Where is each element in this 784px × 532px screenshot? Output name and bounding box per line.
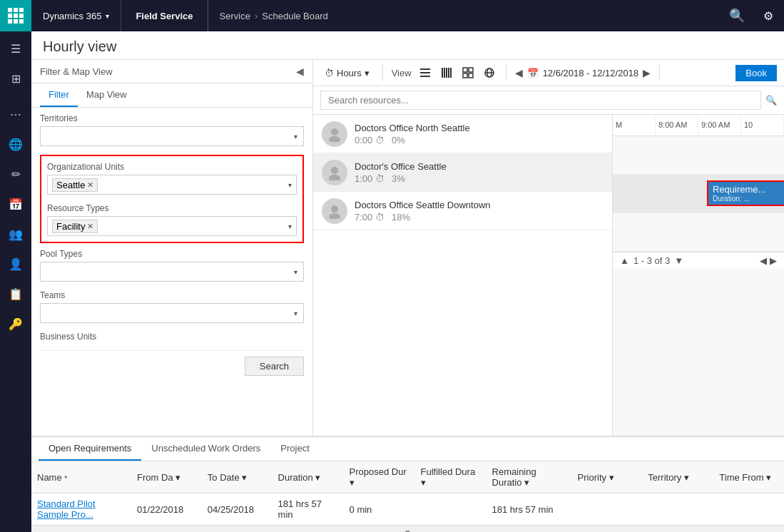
- sidebar-nav: ☰ ⊞ ⋯ 🌐 ✏ 📅 👥 👤 📋 🔑: [0, 31, 31, 532]
- facility-tag[interactable]: Facility ✕: [52, 220, 98, 233]
- tab-map-view[interactable]: Map View: [78, 83, 136, 107]
- page-title: Hourly view: [43, 39, 116, 54]
- resource-search-input[interactable]: [320, 91, 761, 110]
- bottom-scroll-down-icon[interactable]: ▼: [404, 528, 412, 532]
- col-header-from-date[interactable]: From Da ▾: [131, 464, 202, 490]
- timeline-rows: Requireme... Duration: ...: [613, 136, 784, 252]
- dynamics-nav[interactable]: Dynamics 365 ▾: [31, 0, 121, 31]
- territories-dropdown[interactable]: ▾: [40, 126, 304, 146]
- col-header-territory[interactable]: Territory ▾: [642, 464, 713, 490]
- pool-types-dropdown[interactable]: ▾: [40, 262, 304, 282]
- highlighted-filter-section: Organizational Units Seattle ✕ ▾: [40, 155, 304, 243]
- hours-button[interactable]: ⏱ Hours ▾: [320, 66, 374, 81]
- breadcrumb-service[interactable]: Service: [220, 11, 250, 21]
- col-header-duration[interactable]: Duration ▾: [273, 464, 344, 490]
- tab-open-requirements[interactable]: Open Requirements: [39, 437, 141, 461]
- svg-point-19: [331, 205, 338, 213]
- date-next-button[interactable]: ▶: [643, 67, 651, 78]
- seattle-tag-remove-icon[interactable]: ✕: [87, 180, 93, 190]
- view-chart-button[interactable]: [439, 65, 454, 81]
- app-launcher-button[interactable]: [0, 0, 31, 31]
- filter-body: Territories ▾ Organizational Units: [31, 108, 312, 436]
- date-prev-button[interactable]: ◀: [515, 67, 523, 78]
- svg-rect-2: [420, 76, 430, 77]
- tab-unscheduled-work-orders[interactable]: Unscheduled Work Orders: [141, 437, 270, 461]
- resource-meta: 7:00 ⏱ 18%: [355, 212, 604, 222]
- tab-project[interactable]: Project: [270, 437, 319, 461]
- teams-chevron-icon: ▾: [294, 310, 297, 317]
- collapse-panel-button[interactable]: ◀: [296, 66, 304, 77]
- tab-filter[interactable]: Filter: [40, 83, 78, 107]
- svg-rect-8: [463, 68, 467, 72]
- sidebar-person-icon[interactable]: 👤: [1, 250, 30, 278]
- resource-search-icon[interactable]: 🔍: [765, 95, 777, 106]
- svg-rect-5: [446, 68, 447, 78]
- page-down-button[interactable]: ▼: [674, 255, 683, 266]
- svg-point-20: [329, 213, 340, 219]
- row-name-link[interactable]: Standard Pilot Sample Pro...: [31, 496, 131, 522]
- col-header-to-date[interactable]: To Date ▾: [202, 464, 273, 490]
- view-grid-button[interactable]: [460, 65, 476, 81]
- scroll-right-button[interactable]: ▶: [770, 255, 777, 266]
- globe-icon: [484, 67, 495, 78]
- resource-types-input[interactable]: Facility ✕ ▾: [47, 216, 297, 236]
- page-info: 1 - 3 of 3: [633, 255, 670, 266]
- view-list-button[interactable]: [417, 65, 433, 81]
- bottom-tabs: Open Requirements Unscheduled Work Order…: [31, 437, 784, 461]
- filter-panel-title: Filter & Map View: [40, 66, 113, 77]
- search-button[interactable]: Search: [245, 357, 304, 376]
- svg-rect-7: [450, 68, 452, 78]
- list-item: Doctors Office North Seattle 0:00 ⏱ 0%: [313, 115, 612, 153]
- col-header-fulfilled-dur[interactable]: Fulfilled Dura ▾: [415, 464, 487, 490]
- timeline-area: M 8:00 AM 9:00 AM 10: [613, 115, 784, 436]
- date-nav: ◀ 📅 12/6/2018 - 12/12/2018 ▶: [515, 67, 651, 78]
- col-header-time-from[interactable]: Time From ▾: [713, 464, 784, 490]
- sidebar-contacts-icon[interactable]: 👥: [1, 220, 30, 248]
- resource-util: 18%: [392, 212, 410, 222]
- sidebar-menu-icon[interactable]: ☰: [1, 34, 30, 63]
- appointment-block[interactable]: Requireme... Duration: ...: [707, 180, 784, 206]
- page-up-button[interactable]: ▲: [620, 255, 629, 266]
- sidebar-list-icon[interactable]: 📋: [1, 280, 30, 308]
- facility-tag-remove-icon[interactable]: ✕: [87, 222, 93, 231]
- resource-meta: 1:00 ⏱ 3%: [355, 173, 604, 184]
- sidebar-home-icon[interactable]: ⊞: [1, 64, 30, 93]
- appointment-subtitle: Duration: ...: [713, 195, 780, 203]
- resource-time: 0:00 ⏱: [355, 135, 385, 145]
- resource-types-chevron-icon[interactable]: ▾: [288, 222, 292, 230]
- sidebar-calendar-icon[interactable]: 📅: [1, 190, 30, 218]
- nav-settings-button[interactable]: ⚙: [753, 0, 784, 31]
- org-units-chevron-icon[interactable]: ▾: [288, 181, 292, 189]
- sidebar-recent-icon[interactable]: ⋯: [1, 100, 30, 128]
- resource-search-bar: 🔍: [313, 86, 784, 115]
- resource-info: Doctors Office Seattle Downtown 7:00 ⏱ 1…: [355, 200, 604, 222]
- sidebar-global-icon[interactable]: 🌐: [1, 130, 30, 158]
- view-globe-button[interactable]: [482, 65, 497, 81]
- org-units-input[interactable]: Seattle ✕ ▾: [47, 175, 297, 195]
- toolbar-divider-3: [659, 64, 660, 81]
- sidebar-key-icon[interactable]: 🔑: [1, 310, 30, 338]
- col-header-priority[interactable]: Priority ▾: [572, 464, 643, 490]
- resource-name: Doctors Office North Seattle: [355, 123, 604, 133]
- breadcrumb-schedule-board[interactable]: Schedule Board: [262, 11, 328, 21]
- nav-search-button[interactable]: 🔍: [721, 0, 753, 31]
- seattle-tag[interactable]: Seattle ✕: [52, 178, 98, 192]
- row-from-date: 01/22/2018: [131, 502, 202, 517]
- schedule-content: 🔍 Doctors Office No: [313, 86, 784, 436]
- col-header-name[interactable]: Name ▾: [31, 464, 131, 490]
- timeline-row: [613, 136, 784, 175]
- col-header-proposed-dur[interactable]: Proposed Dur ▾: [344, 464, 415, 490]
- book-button[interactable]: Book: [735, 65, 777, 81]
- col-header-remaining-dur[interactable]: Remaining Duratio ▾: [487, 464, 572, 490]
- schedule-grid: Doctors Office North Seattle 0:00 ⏱ 0%: [313, 115, 784, 436]
- sidebar-edit-icon[interactable]: ✏: [1, 160, 30, 188]
- scroll-left-button[interactable]: ◀: [760, 255, 767, 266]
- page-header: Hourly view: [31, 31, 784, 60]
- resources-list: Doctors Office North Seattle 0:00 ⏱ 0%: [313, 115, 613, 436]
- teams-dropdown[interactable]: ▾: [40, 303, 304, 323]
- resource-util: 0%: [392, 135, 405, 145]
- view-label: View: [392, 68, 412, 78]
- horizontal-scroll: ◀ ▶: [760, 255, 777, 266]
- svg-point-16: [329, 136, 340, 142]
- time-slot-m: M: [613, 115, 656, 135]
